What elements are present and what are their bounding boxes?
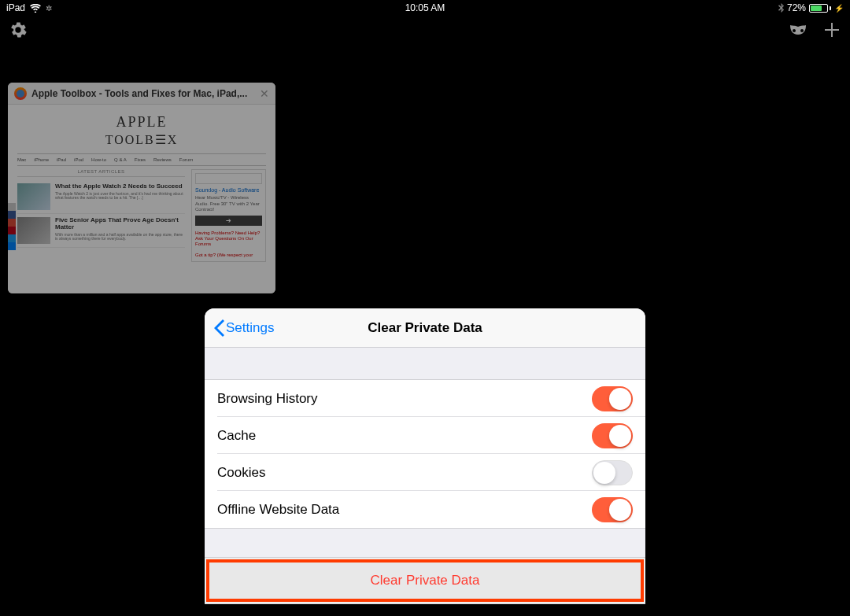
status-right: 72% ⚡ (778, 2, 844, 13)
preview-article: What the Apple Watch 2 Needs to Succeed … (17, 180, 185, 214)
social-strip (8, 203, 16, 250)
toggle-cookies[interactable] (592, 460, 633, 485)
status-time: 10:05 AM (405, 2, 445, 13)
row-browsing-history: Browsing History (205, 380, 645, 417)
wifi-icon (30, 4, 41, 13)
tab-title: Apple Toolbox - Tools and Fixes for Mac,… (31, 88, 255, 99)
browser-toolbar (0, 16, 850, 47)
toggle-browsing-history[interactable] (592, 386, 633, 411)
row-cache: Cache (205, 417, 645, 454)
ad-text: Hear Music/TV - Wireless Audio. Free 30"… (195, 195, 262, 212)
status-bar: iPad ✲ 10:05 AM 72% ⚡ (0, 0, 850, 16)
back-button[interactable]: Settings (214, 319, 274, 337)
preview-article: Five Senior Apps That Prove Age Doesn't … (17, 214, 185, 248)
preview-logo: APPLE (17, 114, 266, 131)
preview-logo-sub: TOOLB☰X (17, 132, 266, 147)
tab-header: Apple Toolbox - Tools and Fixes for Mac,… (8, 83, 275, 105)
modal-title: Clear Private Data (368, 320, 482, 336)
firefox-favicon (14, 87, 27, 100)
ad-button: ➔ (195, 216, 262, 226)
battery-percent: 72% (787, 2, 806, 13)
tab-thumbnail[interactable]: Apple Toolbox - Tools and Fixes for Mac,… (8, 83, 275, 293)
nav-item: iPhone (34, 157, 49, 162)
row-offline-data: Offline Website Data (205, 491, 645, 528)
article-desc: The Apple Watch 2 is just over the horiz… (55, 192, 185, 201)
clear-data-modal: Settings Clear Private Data Browsing His… (205, 308, 645, 604)
tab-preview: APPLE TOOLB☰X Mac iPhone iPad iPod How-t… (8, 105, 275, 293)
modal-header: Settings Clear Private Data (205, 308, 645, 348)
plus-icon[interactable] (823, 21, 841, 42)
clear-private-data-button[interactable]: Clear Private Data (209, 563, 641, 599)
nav-item: Mac (17, 157, 26, 162)
preview-nav: Mac iPhone iPad iPod How-to Q & A Fixes … (17, 153, 266, 166)
row-label: Cache (217, 428, 256, 444)
help-text: Having Problems? Need Help? Ask Your Que… (195, 231, 262, 248)
mask-icon[interactable] (789, 24, 808, 39)
article-desc: With more than a million and a half apps… (55, 233, 185, 242)
toggle-offline-data[interactable] (592, 497, 633, 522)
article-thumb (17, 217, 50, 244)
article-title: Five Senior Apps That Prove Age Doesn't … (55, 217, 185, 231)
row-label: Cookies (217, 465, 265, 481)
options-list: Browsing History Cache Cookies Offline W… (205, 379, 645, 529)
gear-icon[interactable] (9, 21, 27, 42)
toggle-cache[interactable] (592, 423, 633, 448)
nav-item: iPad (57, 157, 66, 162)
help-text2: Got a tip? (We respect your (195, 253, 262, 258)
status-left: iPad ✲ (6, 2, 52, 13)
nav-item: Fixes (135, 157, 146, 162)
charging-icon: ⚡ (834, 4, 844, 13)
nav-item: Forum (179, 157, 193, 162)
action-section: Clear Private Data (205, 557, 645, 604)
row-label: Offline Website Data (217, 502, 339, 518)
battery-icon (809, 4, 831, 13)
row-cookies: Cookies (205, 454, 645, 491)
device-label: iPad (6, 2, 25, 13)
preview-sidebar: Soundog - Audio Software Hear Music/TV -… (191, 169, 266, 262)
loading-icon: ✲ (46, 4, 52, 13)
article-thumb (17, 183, 50, 210)
nav-item: Reviews (153, 157, 172, 162)
row-label: Browsing History (217, 391, 318, 407)
section-label: LATEST ARTICLES (17, 169, 185, 177)
article-title: What the Apple Watch 2 Needs to Succeed (55, 183, 185, 190)
nav-item: iPod (74, 157, 83, 162)
action-highlight: Clear Private Data (206, 559, 644, 602)
nav-item: Q & A (114, 157, 127, 162)
ad-title: Soundog - Audio Software (195, 187, 262, 194)
back-label: Settings (226, 320, 274, 336)
bluetooth-icon (778, 3, 784, 13)
close-icon[interactable]: ✕ (260, 87, 269, 100)
nav-item: How-to (91, 157, 106, 162)
